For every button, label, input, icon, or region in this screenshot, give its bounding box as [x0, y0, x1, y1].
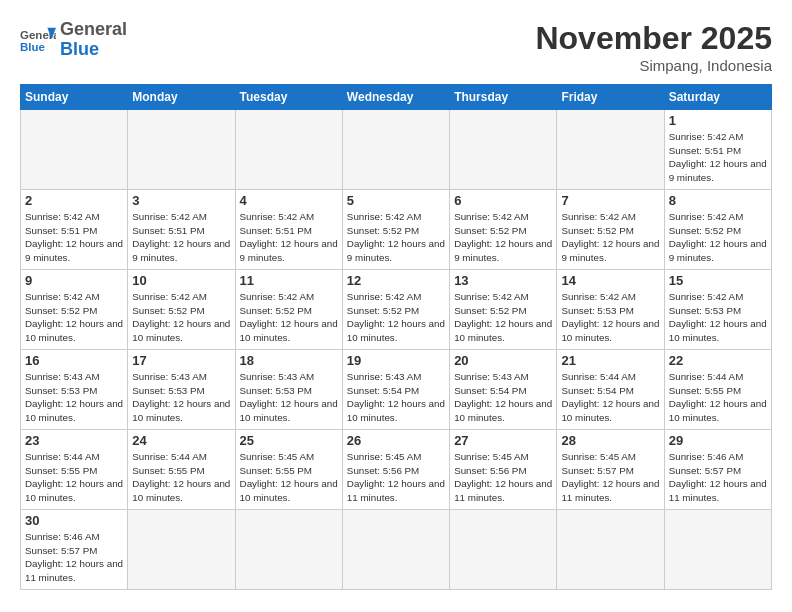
day-number: 2 [25, 193, 123, 208]
day-info: Sunrise: 5:42 AM Sunset: 5:51 PM Dayligh… [25, 210, 123, 265]
day-number: 7 [561, 193, 659, 208]
day-number: 23 [25, 433, 123, 448]
header-saturday: Saturday [664, 85, 771, 110]
day-info: Sunrise: 5:43 AM Sunset: 5:53 PM Dayligh… [240, 370, 338, 425]
calendar-cell: 30Sunrise: 5:46 AM Sunset: 5:57 PM Dayli… [21, 510, 128, 590]
calendar-cell: 8Sunrise: 5:42 AM Sunset: 5:52 PM Daylig… [664, 190, 771, 270]
calendar-cell: 23Sunrise: 5:44 AM Sunset: 5:55 PM Dayli… [21, 430, 128, 510]
day-info: Sunrise: 5:45 AM Sunset: 5:56 PM Dayligh… [347, 450, 445, 505]
day-info: Sunrise: 5:44 AM Sunset: 5:55 PM Dayligh… [25, 450, 123, 505]
day-number: 6 [454, 193, 552, 208]
day-number: 15 [669, 273, 767, 288]
day-info: Sunrise: 5:45 AM Sunset: 5:55 PM Dayligh… [240, 450, 338, 505]
svg-text:Blue: Blue [20, 41, 46, 53]
calendar-cell: 21Sunrise: 5:44 AM Sunset: 5:54 PM Dayli… [557, 350, 664, 430]
day-number: 22 [669, 353, 767, 368]
logo-blue: Blue [60, 40, 127, 60]
day-info: Sunrise: 5:46 AM Sunset: 5:57 PM Dayligh… [669, 450, 767, 505]
calendar-cell: 28Sunrise: 5:45 AM Sunset: 5:57 PM Dayli… [557, 430, 664, 510]
day-info: Sunrise: 5:42 AM Sunset: 5:51 PM Dayligh… [132, 210, 230, 265]
day-number: 28 [561, 433, 659, 448]
day-info: Sunrise: 5:42 AM Sunset: 5:51 PM Dayligh… [669, 130, 767, 185]
week-row-1: 1Sunrise: 5:42 AM Sunset: 5:51 PM Daylig… [21, 110, 772, 190]
location-subtitle: Simpang, Indonesia [535, 57, 772, 74]
header-wednesday: Wednesday [342, 85, 449, 110]
day-number: 20 [454, 353, 552, 368]
day-number: 17 [132, 353, 230, 368]
page-header: General Blue General Blue November 2025 … [20, 20, 772, 74]
day-number: 18 [240, 353, 338, 368]
day-info: Sunrise: 5:42 AM Sunset: 5:52 PM Dayligh… [240, 290, 338, 345]
calendar-cell: 26Sunrise: 5:45 AM Sunset: 5:56 PM Dayli… [342, 430, 449, 510]
calendar-cell [557, 110, 664, 190]
day-info: Sunrise: 5:42 AM Sunset: 5:52 PM Dayligh… [454, 290, 552, 345]
day-info: Sunrise: 5:46 AM Sunset: 5:57 PM Dayligh… [25, 530, 123, 585]
calendar-cell: 20Sunrise: 5:43 AM Sunset: 5:54 PM Dayli… [450, 350, 557, 430]
header-friday: Friday [557, 85, 664, 110]
day-info: Sunrise: 5:42 AM Sunset: 5:52 PM Dayligh… [561, 210, 659, 265]
calendar-cell: 29Sunrise: 5:46 AM Sunset: 5:57 PM Dayli… [664, 430, 771, 510]
calendar-cell: 19Sunrise: 5:43 AM Sunset: 5:54 PM Dayli… [342, 350, 449, 430]
calendar-cell: 6Sunrise: 5:42 AM Sunset: 5:52 PM Daylig… [450, 190, 557, 270]
month-title: November 2025 [535, 20, 772, 57]
day-info: Sunrise: 5:42 AM Sunset: 5:52 PM Dayligh… [669, 210, 767, 265]
calendar-cell: 18Sunrise: 5:43 AM Sunset: 5:53 PM Dayli… [235, 350, 342, 430]
day-number: 1 [669, 113, 767, 128]
calendar-cell [235, 110, 342, 190]
calendar-cell [128, 110, 235, 190]
day-number: 12 [347, 273, 445, 288]
calendar-cell: 13Sunrise: 5:42 AM Sunset: 5:52 PM Dayli… [450, 270, 557, 350]
day-info: Sunrise: 5:43 AM Sunset: 5:53 PM Dayligh… [132, 370, 230, 425]
calendar-cell: 2Sunrise: 5:42 AM Sunset: 5:51 PM Daylig… [21, 190, 128, 270]
logo: General Blue General Blue [20, 20, 127, 60]
calendar-cell: 4Sunrise: 5:42 AM Sunset: 5:51 PM Daylig… [235, 190, 342, 270]
calendar-cell: 12Sunrise: 5:42 AM Sunset: 5:52 PM Dayli… [342, 270, 449, 350]
week-row-3: 9Sunrise: 5:42 AM Sunset: 5:52 PM Daylig… [21, 270, 772, 350]
calendar-cell [664, 510, 771, 590]
logo-general: General [60, 20, 127, 40]
day-info: Sunrise: 5:42 AM Sunset: 5:53 PM Dayligh… [561, 290, 659, 345]
calendar-cell: 3Sunrise: 5:42 AM Sunset: 5:51 PM Daylig… [128, 190, 235, 270]
day-number: 3 [132, 193, 230, 208]
calendar-cell [342, 110, 449, 190]
day-info: Sunrise: 5:44 AM Sunset: 5:55 PM Dayligh… [669, 370, 767, 425]
calendar-cell: 10Sunrise: 5:42 AM Sunset: 5:52 PM Dayli… [128, 270, 235, 350]
day-info: Sunrise: 5:42 AM Sunset: 5:52 PM Dayligh… [132, 290, 230, 345]
day-number: 19 [347, 353, 445, 368]
week-row-6: 30Sunrise: 5:46 AM Sunset: 5:57 PM Dayli… [21, 510, 772, 590]
day-number: 9 [25, 273, 123, 288]
day-number: 10 [132, 273, 230, 288]
day-info: Sunrise: 5:43 AM Sunset: 5:54 PM Dayligh… [347, 370, 445, 425]
header-sunday: Sunday [21, 85, 128, 110]
logo-icon: General Blue [20, 26, 56, 54]
week-row-4: 16Sunrise: 5:43 AM Sunset: 5:53 PM Dayli… [21, 350, 772, 430]
calendar-cell [342, 510, 449, 590]
calendar-cell [557, 510, 664, 590]
calendar-cell: 17Sunrise: 5:43 AM Sunset: 5:53 PM Dayli… [128, 350, 235, 430]
day-info: Sunrise: 5:42 AM Sunset: 5:52 PM Dayligh… [25, 290, 123, 345]
calendar-cell: 7Sunrise: 5:42 AM Sunset: 5:52 PM Daylig… [557, 190, 664, 270]
day-info: Sunrise: 5:43 AM Sunset: 5:54 PM Dayligh… [454, 370, 552, 425]
day-number: 5 [347, 193, 445, 208]
day-number: 29 [669, 433, 767, 448]
day-number: 11 [240, 273, 338, 288]
day-info: Sunrise: 5:42 AM Sunset: 5:52 PM Dayligh… [347, 210, 445, 265]
calendar-cell [235, 510, 342, 590]
calendar-cell [450, 110, 557, 190]
day-info: Sunrise: 5:44 AM Sunset: 5:55 PM Dayligh… [132, 450, 230, 505]
header-tuesday: Tuesday [235, 85, 342, 110]
day-info: Sunrise: 5:42 AM Sunset: 5:52 PM Dayligh… [347, 290, 445, 345]
calendar-cell: 16Sunrise: 5:43 AM Sunset: 5:53 PM Dayli… [21, 350, 128, 430]
calendar-cell: 9Sunrise: 5:42 AM Sunset: 5:52 PM Daylig… [21, 270, 128, 350]
day-info: Sunrise: 5:45 AM Sunset: 5:56 PM Dayligh… [454, 450, 552, 505]
calendar-cell: 14Sunrise: 5:42 AM Sunset: 5:53 PM Dayli… [557, 270, 664, 350]
day-number: 30 [25, 513, 123, 528]
day-number: 24 [132, 433, 230, 448]
day-number: 25 [240, 433, 338, 448]
calendar-cell: 24Sunrise: 5:44 AM Sunset: 5:55 PM Dayli… [128, 430, 235, 510]
calendar-cell: 15Sunrise: 5:42 AM Sunset: 5:53 PM Dayli… [664, 270, 771, 350]
header-monday: Monday [128, 85, 235, 110]
day-info: Sunrise: 5:45 AM Sunset: 5:57 PM Dayligh… [561, 450, 659, 505]
day-number: 21 [561, 353, 659, 368]
calendar-table: SundayMondayTuesdayWednesdayThursdayFrid… [20, 84, 772, 590]
